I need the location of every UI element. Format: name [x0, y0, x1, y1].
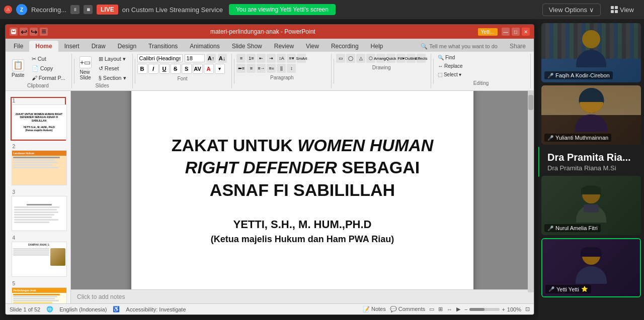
indent-less-btn[interactable]: ⇤ [257, 54, 266, 63]
list-numbers-btn[interactable]: 1≡ [247, 54, 256, 63]
align-right-btn[interactable]: ≡→ [257, 64, 266, 73]
layout-button[interactable]: ⊞ Layout ▾ [97, 55, 128, 63]
increase-font-btn[interactable]: A↑ [207, 54, 216, 63]
cut-button[interactable]: ✂ Cut [30, 55, 67, 63]
slide-thumb-5[interactable]: 5 Perlindungan Anak [11, 280, 66, 303]
justify-btn[interactable]: ≡= [267, 64, 276, 73]
slide-canvas-wrap[interactable]: ZAKAT UNTUK WOMEN HUMANRIGHT DEFENDER SE… [71, 91, 534, 289]
zoom-in-btn[interactable]: + [502, 306, 505, 312]
ppt-window-controls: — □ ✕ [502, 28, 530, 36]
nurul-label: 🎤 Nurul Amelia Fitri [544, 224, 601, 232]
fontcolor-button[interactable]: A [204, 64, 214, 74]
shape-2[interactable]: ◯ [346, 54, 355, 63]
stop-button[interactable]: ⏹ [84, 5, 93, 14]
morefont-button[interactable]: ▾ [215, 64, 225, 74]
font-family-input[interactable] [137, 54, 183, 62]
tab-review[interactable]: Review [268, 41, 300, 52]
copy-button[interactable]: 📄 Copy [30, 64, 67, 73]
sep5 [433, 59, 434, 84]
col-btn[interactable]: || [277, 64, 286, 73]
font-size-input[interactable] [185, 54, 205, 62]
underline-button[interactable]: U [159, 64, 170, 74]
participant-video-yetti: 🎤 Yetti Yetti ⭐ [541, 238, 641, 297]
shadow-button[interactable]: S [182, 64, 192, 74]
view-normal-btn[interactable]: ▭ [429, 306, 434, 312]
tab-transitions[interactable]: Transitions [142, 41, 184, 52]
view-button[interactable]: View [605, 4, 640, 16]
view-options-label: View Options [549, 6, 587, 14]
tab-share[interactable]: Share [504, 41, 532, 52]
decrease-font-btn[interactable]: A↓ [218, 54, 227, 63]
faqih-label: 🎤 Faqih A Kodir-Cirebon [544, 71, 613, 79]
reset-button[interactable]: ↺ Reset [97, 64, 128, 73]
view-options-button[interactable]: View Options ∨ [542, 4, 601, 16]
drawing-row: ▭ ◯ △ ⬡ Arrange Quick Fill▾ Outline Effe… [336, 54, 427, 63]
new-slide-button[interactable]: +▭ NewSlide [76, 55, 95, 82]
editing-label: Editing [436, 80, 526, 86]
align-left-btn[interactable]: ⬅≡ [236, 64, 246, 73]
ppt-redo-icon[interactable]: ↪ [30, 28, 38, 36]
find-btn[interactable]: 🔍 Find [436, 54, 526, 61]
strikethrough-button[interactable]: S [171, 64, 181, 74]
paste-button[interactable]: 📋 Paste [9, 58, 28, 79]
tab-view[interactable]: View [300, 41, 325, 52]
align-center-btn[interactable]: ≡ [247, 64, 256, 73]
comments-btn[interactable]: 💬 Comments [390, 306, 425, 312]
tab-draw[interactable]: Draw [86, 41, 112, 52]
v-scrollbar[interactable] [528, 91, 534, 292]
ppt-undo-icon[interactable]: ↩ [20, 28, 28, 36]
view-slide-sorter-btn[interactable]: ⊞ [438, 306, 443, 312]
charspacing-button[interactable]: AV [193, 64, 203, 74]
slide-thumb-2[interactable]: 2 Landasan Hukum [11, 143, 66, 186]
slide-thumb-1[interactable]: 1 ZAKAT UNTUK WOMEN HUMAN RIGHT DEFENDER… [11, 97, 66, 141]
tab-slideshow[interactable]: Slide Show [226, 41, 268, 52]
tab-file[interactable]: File [8, 41, 29, 52]
text-direction-btn[interactable]: ↕A [277, 54, 286, 63]
ppt-close-btn[interactable]: ✕ [522, 28, 530, 36]
ppt-save-icon[interactable] [10, 28, 18, 36]
fit-window-btn[interactable]: ⊡ [525, 306, 530, 312]
align-text-btn[interactable]: ≡▾ [287, 54, 296, 63]
shape-1[interactable]: ▭ [336, 54, 345, 63]
italic-button[interactable]: I [148, 64, 158, 74]
view-slideshow-btn[interactable]: ▶ [456, 306, 460, 312]
notes-btn[interactable]: 📝 Notes [363, 306, 386, 312]
sep1 [74, 59, 74, 84]
shape-effects-btn[interactable]: Effects [417, 54, 426, 63]
smartart-btn[interactable]: SmArt [297, 54, 306, 63]
pause-button[interactable]: ⏸ [70, 5, 79, 14]
tab-animations[interactable]: Animations [184, 41, 225, 52]
section-button[interactable]: § Section ▾ [97, 74, 128, 82]
new-slide-icon: +▭ [79, 56, 92, 68]
drawing-label: Drawing [336, 65, 427, 70]
zoom-slider[interactable] [469, 308, 500, 311]
view-reading-btn[interactable]: ↔ [447, 306, 452, 312]
v-scrollbar-thumb[interactable] [528, 95, 533, 110]
replace-btn[interactable]: ↔ Replace [436, 62, 526, 70]
slide-thumb-3[interactable]: 3 [11, 188, 66, 232]
tab-insert[interactable]: Insert [58, 41, 86, 52]
zoom-out-btn[interactable]: − [464, 306, 467, 312]
arrange-btn[interactable]: Arrange [376, 54, 385, 63]
bold-button[interactable]: B [137, 64, 147, 74]
active-speaker-name: Dra Pramita Ria... [547, 152, 638, 163]
linespacing-btn[interactable]: ↕ [287, 64, 296, 73]
tab-design[interactable]: Design [112, 41, 142, 52]
ppt-menu-icon[interactable]: ≡ [40, 28, 48, 36]
shape-3[interactable]: △ [356, 54, 365, 63]
yetti-name: Yetti Yetti [556, 286, 579, 292]
ppt-maximize-btn[interactable]: □ [512, 28, 520, 36]
shape-outline-btn[interactable]: Outline [407, 54, 416, 63]
select-btn[interactable]: ⬚ Select ▾ [436, 71, 526, 78]
indent-more-btn[interactable]: ⇥ [267, 54, 276, 63]
tab-home[interactable]: Home [29, 41, 58, 52]
quick-styles-btn[interactable]: Quick [386, 54, 395, 63]
tab-recording[interactable]: Recording [325, 41, 365, 52]
tab-help[interactable]: Help [365, 41, 389, 52]
slide-thumb-4[interactable]: 4 DAMPAK ANAK 1: [11, 234, 66, 278]
list-bullets-btn[interactable]: ≡ [236, 54, 246, 63]
shape-fill-btn[interactable]: Fill▾ [396, 54, 406, 63]
format-painter-button[interactable]: 🖌 Format P... [30, 74, 67, 82]
ppt-minimize-btn[interactable]: — [502, 28, 510, 36]
tab-search[interactable]: 🔍 Tell me what you want to do [415, 41, 504, 52]
